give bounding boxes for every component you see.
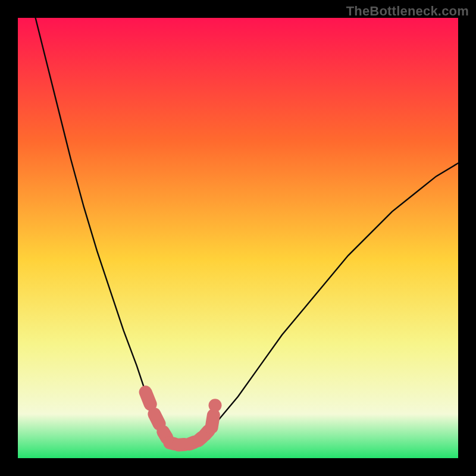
chart-svg [18, 18, 458, 458]
curve-marker [163, 432, 167, 438]
curve-marker [146, 392, 151, 404]
plot-area [18, 18, 458, 458]
curve-marker [154, 414, 159, 424]
chart-frame: TheBottleneck.com [0, 0, 476, 476]
curve-marker [212, 415, 214, 427]
gradient-background [18, 18, 458, 458]
watermark-text: TheBottleneck.com [346, 4, 469, 19]
